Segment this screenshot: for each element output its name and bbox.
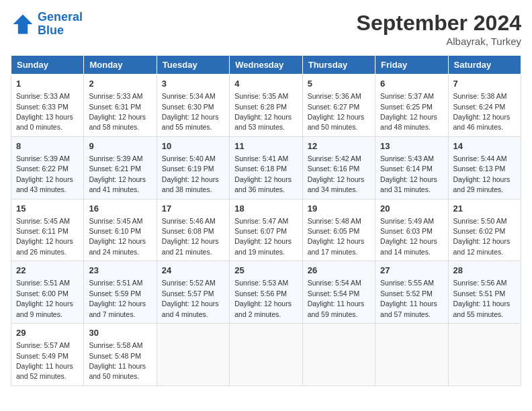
page-header: General Blue September 2024 Albayrak, Tu… [11, 11, 521, 47]
day-info: Sunrise: 5:40 AMSunset: 6:19 PMDaylight:… [162, 154, 219, 193]
day-info: Sunrise: 5:49 AMSunset: 6:03 PMDaylight:… [380, 217, 437, 256]
svg-marker-0 [13, 14, 33, 34]
col-header-saturday: Saturday [448, 56, 521, 75]
day-info: Sunrise: 5:51 AMSunset: 5:59 PMDaylight:… [89, 279, 146, 318]
col-header-monday: Monday [84, 56, 157, 75]
calendar-cell: 30Sunrise: 5:58 AMSunset: 5:48 PMDayligh… [84, 324, 157, 386]
calendar-cell: 13Sunrise: 5:43 AMSunset: 6:14 PMDayligh… [375, 136, 448, 199]
calendar-cell: 5Sunrise: 5:36 AMSunset: 6:27 PMDaylight… [302, 75, 375, 137]
calendar-cell: 16Sunrise: 5:45 AMSunset: 6:10 PMDayligh… [84, 199, 157, 261]
calendar-cell: 10Sunrise: 5:40 AMSunset: 6:19 PMDayligh… [157, 136, 229, 199]
day-info: Sunrise: 5:50 AMSunset: 6:02 PMDaylight:… [453, 217, 511, 256]
calendar-cell: 22Sunrise: 5:51 AMSunset: 6:00 PMDayligh… [11, 261, 84, 324]
calendar-row: 22Sunrise: 5:51 AMSunset: 6:00 PMDayligh… [11, 261, 521, 324]
calendar-cell: 15Sunrise: 5:45 AMSunset: 6:11 PMDayligh… [11, 199, 84, 261]
calendar-cell: 11Sunrise: 5:41 AMSunset: 6:18 PMDayligh… [230, 136, 302, 199]
day-number: 15 [16, 203, 79, 215]
day-info: Sunrise: 5:41 AMSunset: 6:18 PMDaylight:… [234, 154, 292, 193]
logo: General Blue [11, 11, 83, 38]
calendar-cell: 26Sunrise: 5:54 AMSunset: 5:54 PMDayligh… [302, 261, 375, 324]
calendar-cell: 2Sunrise: 5:33 AMSunset: 6:31 PMDaylight… [84, 75, 157, 137]
day-number: 28 [453, 265, 516, 277]
col-header-sunday: Sunday [11, 56, 84, 75]
day-number: 12 [308, 140, 370, 152]
day-number: 11 [234, 140, 297, 152]
day-info: Sunrise: 5:35 AMSunset: 6:28 PMDaylight:… [234, 92, 292, 131]
day-number: 18 [234, 203, 297, 215]
calendar-cell: 17Sunrise: 5:46 AMSunset: 6:08 PMDayligh… [157, 199, 229, 261]
col-header-friday: Friday [375, 56, 448, 75]
day-number: 4 [234, 78, 297, 90]
calendar-cell: 18Sunrise: 5:47 AMSunset: 6:07 PMDayligh… [230, 199, 302, 261]
day-info: Sunrise: 5:48 AMSunset: 6:05 PMDaylight:… [308, 217, 365, 256]
day-info: Sunrise: 5:56 AMSunset: 5:51 PMDaylight:… [453, 279, 511, 318]
day-number: 27 [380, 265, 443, 277]
day-info: Sunrise: 5:44 AMSunset: 6:13 PMDaylight:… [453, 154, 511, 193]
calendar-row: 1Sunrise: 5:33 AMSunset: 6:33 PMDaylight… [11, 75, 521, 137]
calendar-cell: 12Sunrise: 5:42 AMSunset: 6:16 PMDayligh… [302, 136, 375, 199]
day-info: Sunrise: 5:45 AMSunset: 6:10 PMDaylight:… [89, 217, 146, 256]
day-info: Sunrise: 5:46 AMSunset: 6:08 PMDaylight:… [162, 217, 219, 256]
day-info: Sunrise: 5:57 AMSunset: 5:49 PMDaylight:… [16, 341, 73, 380]
day-number: 17 [162, 203, 224, 215]
col-header-wednesday: Wednesday [230, 56, 302, 75]
day-info: Sunrise: 5:58 AMSunset: 5:48 PMDaylight:… [89, 341, 146, 380]
calendar-row: 8Sunrise: 5:39 AMSunset: 6:22 PMDaylight… [11, 136, 521, 199]
day-number: 2 [89, 78, 151, 90]
day-number: 14 [453, 140, 516, 152]
calendar-cell [230, 324, 302, 386]
calendar-cell: 29Sunrise: 5:57 AMSunset: 5:49 PMDayligh… [11, 324, 84, 386]
calendar-cell [302, 324, 375, 386]
day-info: Sunrise: 5:36 AMSunset: 6:27 PMDaylight:… [308, 92, 365, 131]
day-info: Sunrise: 5:39 AMSunset: 6:22 PMDaylight:… [16, 154, 73, 193]
day-number: 3 [162, 78, 224, 90]
calendar-cell: 20Sunrise: 5:49 AMSunset: 6:03 PMDayligh… [375, 199, 448, 261]
logo-line2: Blue [38, 24, 64, 37]
day-number: 23 [89, 265, 151, 277]
day-info: Sunrise: 5:34 AMSunset: 6:30 PMDaylight:… [162, 92, 219, 131]
calendar-cell: 14Sunrise: 5:44 AMSunset: 6:13 PMDayligh… [448, 136, 521, 199]
day-info: Sunrise: 5:47 AMSunset: 6:07 PMDaylight:… [234, 217, 292, 256]
calendar-cell [157, 324, 229, 386]
day-number: 7 [453, 78, 516, 90]
day-number: 19 [308, 203, 370, 215]
day-number: 16 [89, 203, 151, 215]
day-info: Sunrise: 5:53 AMSunset: 5:56 PMDaylight:… [234, 279, 292, 318]
day-number: 13 [380, 140, 443, 152]
day-number: 6 [380, 78, 443, 90]
day-number: 22 [16, 265, 79, 277]
calendar-cell: 9Sunrise: 5:39 AMSunset: 6:21 PMDaylight… [84, 136, 157, 199]
calendar-cell: 7Sunrise: 5:38 AMSunset: 6:24 PMDaylight… [448, 75, 521, 137]
day-number: 29 [16, 327, 79, 339]
calendar-row: 15Sunrise: 5:45 AMSunset: 6:11 PMDayligh… [11, 199, 521, 261]
calendar-cell: 25Sunrise: 5:53 AMSunset: 5:56 PMDayligh… [230, 261, 302, 324]
day-info: Sunrise: 5:42 AMSunset: 6:16 PMDaylight:… [308, 154, 365, 193]
calendar-cell [375, 324, 448, 386]
day-number: 5 [308, 78, 370, 90]
day-info: Sunrise: 5:51 AMSunset: 6:00 PMDaylight:… [16, 279, 73, 318]
day-number: 8 [16, 140, 79, 152]
col-header-tuesday: Tuesday [157, 56, 229, 75]
logo-line1: General [38, 10, 83, 24]
header-row: SundayMondayTuesdayWednesdayThursdayFrid… [11, 56, 521, 75]
calendar-cell: 8Sunrise: 5:39 AMSunset: 6:22 PMDaylight… [11, 136, 84, 199]
calendar-row: 29Sunrise: 5:57 AMSunset: 5:49 PMDayligh… [11, 324, 521, 386]
calendar-cell: 19Sunrise: 5:48 AMSunset: 6:05 PMDayligh… [302, 199, 375, 261]
day-info: Sunrise: 5:45 AMSunset: 6:11 PMDaylight:… [16, 217, 73, 256]
day-number: 9 [89, 140, 151, 152]
calendar-table: SundayMondayTuesdayWednesdayThursdayFrid… [11, 55, 521, 386]
calendar-cell: 21Sunrise: 5:50 AMSunset: 6:02 PMDayligh… [448, 199, 521, 261]
calendar-cell: 4Sunrise: 5:35 AMSunset: 6:28 PMDaylight… [230, 75, 302, 137]
day-info: Sunrise: 5:52 AMSunset: 5:57 PMDaylight:… [162, 279, 219, 318]
calendar-cell: 23Sunrise: 5:51 AMSunset: 5:59 PMDayligh… [84, 261, 157, 324]
location: Albayrak, Turkey [357, 36, 521, 47]
day-number: 20 [380, 203, 443, 215]
day-number: 30 [89, 327, 151, 339]
day-info: Sunrise: 5:43 AMSunset: 6:14 PMDaylight:… [380, 154, 437, 193]
title-block: September 2024 Albayrak, Turkey [357, 11, 521, 47]
day-number: 10 [162, 140, 224, 152]
day-info: Sunrise: 5:54 AMSunset: 5:54 PMDaylight:… [308, 279, 365, 318]
month-title: September 2024 [357, 11, 521, 36]
day-info: Sunrise: 5:33 AMSunset: 6:31 PMDaylight:… [89, 92, 146, 131]
col-header-thursday: Thursday [302, 56, 375, 75]
